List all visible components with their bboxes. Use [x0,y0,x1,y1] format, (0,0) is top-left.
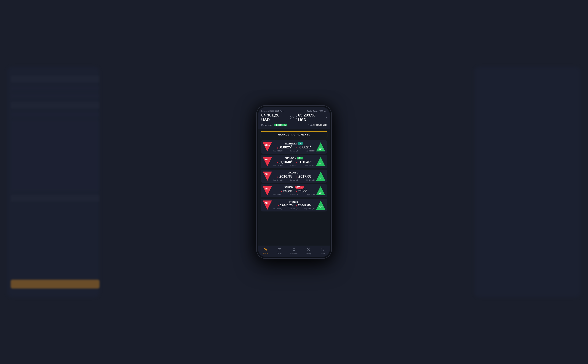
price-separator-xtiusd: · [294,190,294,193]
instrument-center-xauusd: XAUUSD › ▼ 2016,95 · ▼ 2017,08 Low 2014,… [273,171,315,181]
balance-label: Balance (100001488 REAL): [261,110,284,112]
instrument-name-xtiusd[interactable]: XTIUSD › [284,186,294,188]
high-btcusd: High 28792,35 [304,208,315,210]
price-separator-eurusd: · [294,161,294,163]
sell-price-eurgbp: ,0,88251 [279,145,292,149]
low-btcusd: Low 28608,48 [273,208,283,210]
spread-eurgbp: Spread 0,5 [290,150,298,152]
nav-item-more[interactable]: More [317,247,328,254]
high-xtiusd: High 70,39 [307,194,315,195]
margin-badge: 1 239,14 % [274,124,287,126]
profit-row: Profit: 19 087,30 USD [308,124,327,126]
buy-arrow-btcusd: ▼ [295,205,297,207]
nav-item-positions[interactable]: Positions [289,247,299,254]
nav-label-positions: Positions [290,253,298,254]
price-separator-btcusd: · [294,204,294,207]
instrument-badge-xtiusd: -158.00 [295,186,304,188]
bottom-nav: Watch Orders [258,246,330,257]
instrument-name-eurusd[interactable]: EURUSD › [285,157,296,159]
svg-rect-4 [278,248,281,251]
instrument-name-btcusd[interactable]: BTCUSD › [288,201,300,203]
nav-label-history: History [306,253,311,254]
instrument-name-xauusd[interactable]: XAUUSD › [288,171,300,174]
phone-device: Balance (100001488 REAL): Equity (Bonus:… [257,106,331,258]
buy-button-eurusd[interactable]: BUY [316,157,325,166]
phone-screen: Balance (100001488 REAL): Equity (Bonus:… [258,107,330,257]
buy-button-xtiusd[interactable]: BUY [316,186,325,195]
nav-item-orders[interactable]: Orders [274,247,285,254]
buy-label-xauusd: BUY [319,177,322,179]
sell-arrow-eurgbp: ▼ [277,147,279,149]
buy-price-eurgbp: ,0,88256 [298,145,311,149]
instrument-center-btcusd: BTCUSD › ▼ 12644,25 · ▼ 28647,00 Low 286… [273,201,315,210]
instrument-row-eurgbp: SELL EURGBP › 19k ▼ ,0,88251 · ▼ ,0,8825… [261,140,327,154]
equity-label: Equity (Bonus: 1000.00): [307,110,327,112]
nav-item-history[interactable]: History [303,247,314,254]
equity-main: ◷ 65 293,96 USD ▾ [294,113,327,122]
nav-item-watch[interactable]: Watch [260,247,271,254]
sell-label-xtiusd: SELL [265,188,270,190]
nav-label-more: More [321,253,325,254]
sell-button-btcusd[interactable]: SELL [263,201,272,210]
low-eurusd: Low 1,10345 [273,165,283,166]
spread-xtiusd: Spread 0,5 [290,194,298,195]
sell-label-xauusd: SELL [265,173,270,175]
instrument-center-eurusd: EURUSD › +8.14 ▼ ,1,10403 · ▼ ,1,10404 L… [273,157,315,167]
nav-label-watch: Watch [263,253,268,254]
sell-label: SELL [265,144,270,146]
watch-icon [263,247,267,252]
price-separator: · [294,146,294,149]
instrument-center-eurgbp: EURGBP › 19k ▼ ,0,88251 · ▼ ,0,88256 Low… [273,142,315,152]
manage-instruments-wrap: MANAGE INSTRUMENTS [258,129,330,140]
instrument-badge-eurusd: +8.14 [297,157,303,159]
buy-label-btcusd: BUY [319,206,322,208]
sell-label-btcusd: SELL [265,202,270,204]
balance-main: 84 381,26 USD + [261,113,294,122]
phone-outer-shell: Balance (100001488 REAL): Equity (Bonus:… [257,106,331,258]
buy-price-xtiusd: 69,88 [298,189,307,193]
sell-button-eurgbp[interactable]: SELL [263,142,272,151]
buy-button-xauusd[interactable]: BUY [316,171,325,181]
sell-button-eurusd[interactable]: SELL [263,157,272,166]
sell-button-xtiusd[interactable]: SELL [263,186,272,195]
high-xauusd: High 2017,26 [305,179,315,181]
sell-price-xauusd: 2016,95 [280,174,292,178]
chevron-down-icon[interactable]: ▾ [326,116,327,119]
sell-price-xtiusd: 69,85 [283,189,292,193]
high-eurusd: High 1,10471 [305,165,315,166]
instrument-center-xtiusd: XTIUSD › -158.00 ▼ 69,85 · ▼ 69,88 Low 6… [273,186,315,195]
buy-label-xtiusd: BUY [319,192,322,194]
instrument-row-xtiusd: SELL XTIUSD › -158.00 ▼ 69,85 · ▼ 69,88 [261,184,327,197]
sell-button-xauusd[interactable]: SELL [263,171,272,181]
profit-label: Profit: [308,124,313,126]
buy-arrow-eurgbp: ▼ [296,147,298,149]
buy-price-eurusd: ,1,10404 [298,160,311,164]
manage-instruments-button[interactable]: MANAGE INSTRUMENTS [261,131,327,138]
sell-arrow-xauusd: ▼ [277,176,279,178]
buy-arrow-eurusd: ▼ [296,161,298,163]
nav-label-orders: Orders [277,253,282,254]
more-icon [321,247,325,252]
margin-level-row: Margin Level: 1 239,14 % [261,124,287,126]
price-separator-xauusd: · [294,175,294,178]
spread-btcusd: Spread 0,5 [290,208,298,210]
history-icon [306,247,311,252]
low-xtiusd: Low 69,74 [273,194,281,195]
instrument-row-btcusd: SELL BTCUSD › ▼ 12644,25 · ▼ 28647,00 [261,199,327,211]
instrument-name-eurgbp[interactable]: EURGBP › [285,142,296,145]
spread-eurusd: Spread 0,1 [290,165,298,166]
equity-amount: 65 293,96 USD [298,113,325,122]
buy-price-btcusd: 28647,00 [298,204,311,207]
low-xauusd: Low 2014,25 [273,179,283,181]
buy-arrow-xauusd: ▼ [296,176,298,178]
buy-arrow-xtiusd: ▼ [296,190,298,193]
buy-price-xauusd: 2017,08 [298,174,311,178]
plus-icon[interactable]: + [290,116,294,119]
buy-button-btcusd[interactable]: BUY [316,201,325,210]
balance-amount: 84 381,26 USD [261,113,289,122]
sell-arrow-eurusd: ▼ [277,161,279,163]
instrument-row-eurusd: SELL EURUSD › +8.14 ▼ ,1,10403 · ▼ ,1,10… [261,155,327,168]
buy-button-eurgbp[interactable]: BUY [316,142,325,151]
orders-icon [277,247,282,252]
spread-xauusd: Spread 0,5 [290,179,298,181]
